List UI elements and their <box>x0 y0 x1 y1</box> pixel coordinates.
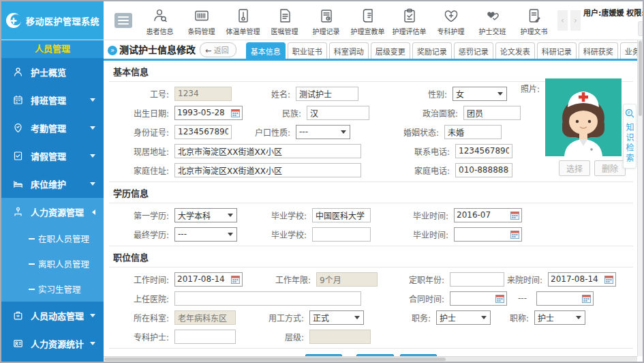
political-status-field[interactable] <box>463 106 521 120</box>
toolbar-item-nursing-record[interactable]: 护理记录 <box>305 5 347 36</box>
knowledge-search-tab[interactable]: 知识检索 <box>623 104 637 169</box>
fixed-post-year-field[interactable] <box>450 272 504 287</box>
tab-level-change[interactable]: 层级变更 <box>371 42 410 59</box>
gender-select[interactable]: 女 <box>453 87 507 101</box>
graduation-time2-field[interactable] <box>454 227 522 242</box>
work-start-label: 工作时间: <box>109 274 174 285</box>
horizontal-scrollbar-thumb[interactable] <box>104 358 446 361</box>
nursing-document-icon <box>513 8 555 24</box>
page-back-button[interactable]: ← 返回 <box>200 42 236 57</box>
form-row: 最终学历: --- 毕业学校: 毕业时间: <box>109 227 633 242</box>
toolbar-item-specialty-care[interactable]: 专科护理 <box>430 5 472 36</box>
tab-research-records[interactable]: 科研记录 <box>537 42 577 59</box>
professional-title-label: 职称: <box>491 312 534 323</box>
tab-publications[interactable]: 论文发表 <box>495 42 535 59</box>
contract-end-field[interactable] <box>536 291 594 306</box>
household-type-select[interactable]: --- <box>296 125 350 139</box>
dash-bullet-icon <box>29 238 35 239</box>
name-field[interactable] <box>296 87 358 101</box>
toolbar-item-assessment-sheet[interactable]: 护理评估单 <box>388 5 430 36</box>
sidebar-item-schedule-management[interactable]: 排班管理 <box>1 86 104 114</box>
user-area: 用户:唐媛媛 权限:老年病科东...|护士长 ←返回 →退出 <box>583 1 644 40</box>
previous-hospital-field[interactable] <box>174 291 361 306</box>
duty-select[interactable]: 护士 <box>436 310 491 325</box>
chevron-down-icon <box>90 182 95 186</box>
temperature-sheet-icon <box>222 8 264 24</box>
birth-date-field[interactable] <box>174 106 243 120</box>
toolbar-item-patient-info[interactable]: 患者信息 <box>139 5 181 36</box>
toolbar-item-shift-handover[interactable]: 护士交班 <box>472 5 513 36</box>
menu-toggle-button[interactable] <box>114 13 132 28</box>
contract-start-field[interactable] <box>450 291 507 306</box>
graduate-school2-label: 毕业学校: <box>237 229 312 240</box>
horizontal-scrollbar[interactable] <box>104 356 637 362</box>
tab-penalties[interactable]: 惩罚记录 <box>454 42 493 59</box>
final-degree-select[interactable]: --- <box>174 227 237 242</box>
calendar-icon <box>582 294 591 303</box>
sidebar-item-former-staff[interactable]: 离职人员管理 <box>1 251 104 276</box>
sidebar-item-hr-statistics[interactable]: 人力资源统计 <box>1 330 104 358</box>
search-icon <box>625 108 634 118</box>
sidebar-item-nurse-overview[interactable]: 护士概览 <box>1 58 104 86</box>
tab-basic-info[interactable]: 基本信息 <box>246 42 286 59</box>
form-actions: 保存 预览 打印 <box>109 348 633 356</box>
sidebar-item-intern-management[interactable]: 实习生管理 <box>1 276 104 302</box>
sidebar-item-personnel-dynamics[interactable]: 人员动态管理 <box>1 302 104 330</box>
contact-phone-field[interactable] <box>455 144 512 158</box>
graduation-time-field[interactable] <box>454 208 522 222</box>
vertical-scrollbar-thumb[interactable] <box>639 41 642 116</box>
calendar-icon <box>231 275 240 284</box>
sidebar-item-leave-management[interactable]: 请假管理 <box>1 142 104 170</box>
chevron-left-icon <box>92 209 95 215</box>
name-label: 姓名: <box>232 88 296 100</box>
dash-bullet-icon <box>29 289 35 290</box>
sidebar-item-active-staff[interactable]: 在职人员管理 <box>1 226 104 251</box>
toolbar-item-temperature-sheet[interactable]: 体温单管理 <box>222 5 264 36</box>
tab-awards[interactable]: 奖励记录 <box>412 42 452 59</box>
photo-select-button[interactable]: 选择 <box>559 160 590 176</box>
app-title: 移动医护管理系统 <box>26 14 99 27</box>
select-arrow-icon <box>354 316 360 319</box>
nav-next-icon[interactable]: › <box>570 10 581 31</box>
graduate-school-label: 毕业学校: <box>237 209 312 221</box>
nav-prev-icon[interactable]: ‹ <box>557 10 568 31</box>
work-start-field[interactable] <box>174 272 243 287</box>
arrival-time-field[interactable] <box>548 272 616 287</box>
vertical-scrollbar[interactable] <box>637 40 643 356</box>
header-back-button[interactable]: ←返回 <box>638 21 644 36</box>
graduate-school2-field[interactable] <box>312 227 371 242</box>
id-card-field[interactable] <box>174 125 232 139</box>
current-address-label: 现居地址: <box>109 145 174 157</box>
user-name: 用户:唐媛媛 <box>583 9 624 18</box>
tab-professional-certificates[interactable]: 职业证书 <box>288 42 327 59</box>
tab-research-awards[interactable]: 科研获奖 <box>579 42 618 59</box>
patient-info-icon <box>139 8 181 24</box>
chevron-down-icon <box>90 314 95 317</box>
specialty-nurse-label: 专科护士: <box>109 331 174 343</box>
employment-type-select[interactable]: 正式 <box>309 310 364 325</box>
toolbar-item-barcode[interactable]: 条码管理 <box>181 5 222 36</box>
first-degree-select[interactable]: 大学本科 <box>174 208 237 222</box>
sidebar-item-bed-maintenance[interactable]: 床位维护 <box>1 170 104 198</box>
photo-delete-button[interactable]: 删除 <box>594 160 626 176</box>
tab-department-transfer[interactable]: 科室调动 <box>329 42 369 59</box>
leave-icon <box>13 151 25 161</box>
chevron-down-icon <box>90 342 95 345</box>
current-address-field[interactable] <box>174 144 361 158</box>
toolbar-item-education-sheet[interactable]: 护理宣教单 <box>347 5 388 36</box>
professional-title-select[interactable]: 护士 <box>534 310 585 325</box>
sidebar-item-hr-management[interactable]: 人力资源管理 <box>1 198 104 226</box>
home-phone-label: 家庭电话: <box>361 164 455 176</box>
home-phone-field[interactable] <box>455 163 512 177</box>
toolbar-item-medical-orders[interactable]: 医嘱管理 <box>264 5 305 36</box>
ethnicity-field[interactable] <box>307 106 369 120</box>
marital-status-field[interactable] <box>444 125 502 139</box>
graduate-school-field[interactable] <box>312 208 371 222</box>
toolbar-item-nursing-document[interactable]: 护理文书 <box>513 5 555 36</box>
department-label: 所在科室: <box>109 312 174 323</box>
sidebar-item-attendance-management[interactable]: 考勤管理 <box>1 114 104 142</box>
specialty-nurse-field[interactable] <box>174 330 236 344</box>
breadcrumb-arrow-icon: » <box>108 46 117 55</box>
form-row: 家庭住址: 家庭电话: <box>109 162 633 177</box>
home-address-field[interactable] <box>174 163 361 177</box>
